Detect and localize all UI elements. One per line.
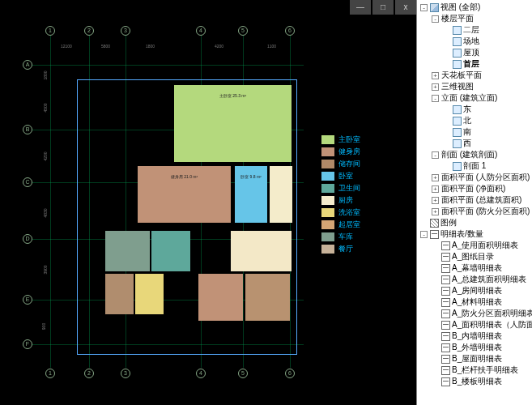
collapse-icon[interactable]: - — [432, 151, 439, 159]
tree-node[interactable]: A_房间明细表 — [417, 285, 532, 296]
tree-label: A_房间明细表 — [452, 285, 502, 296]
grid-bubble[interactable]: B — [23, 125, 32, 134]
grid-bubble[interactable]: 4 — [196, 26, 206, 36]
expand-icon[interactable]: + — [432, 208, 439, 215]
expand-icon[interactable]: + — [432, 185, 439, 193]
tree-node[interactable]: 剖面 1 — [417, 160, 532, 172]
tree-node[interactable]: 北 — [417, 115, 532, 126]
grid-bubble[interactable]: 2 — [84, 369, 94, 378]
close-button[interactable]: х — [395, 0, 416, 15]
dimension[interactable]: 900 — [41, 323, 46, 330]
tree-node[interactable]: 屋顶 — [417, 47, 532, 58]
room-area[interactable] — [105, 231, 150, 271]
dimension[interactable]: 4200 — [215, 44, 223, 49]
tree-node[interactable]: +面积平面 (人防分区面积) — [417, 172, 532, 183]
browser-tree[interactable]: -视图 (全部)-楼层平面二层场地屋顶首层+天花板平面+三维视图-立面 (建筑立… — [417, 0, 532, 389]
tree-node[interactable]: B_屋面明细表 — [417, 353, 532, 364]
grid-bubble[interactable]: 6 — [285, 26, 295, 36]
collapse-icon[interactable]: - — [432, 15, 439, 23]
room-area[interactable]: 健身房 21.0 m² — [138, 166, 231, 223]
tree-node[interactable]: -楼层平面 — [417, 13, 532, 24]
tree-node[interactable]: +面积平面 (防火分区面积) — [417, 206, 532, 217]
grid-bubble[interactable]: 4 — [196, 369, 206, 378]
dimension[interactable]: 5800 — [101, 44, 110, 49]
expand-icon[interactable]: + — [432, 83, 439, 91]
legend-label: 餐厅 — [338, 244, 353, 254]
tree-node[interactable]: +面积平面 (总建筑面积) — [417, 194, 532, 206]
project-browser[interactable]: -视图 (全部)-楼层平面二层场地屋顶首层+天花板平面+三维视图-立面 (建筑立… — [416, 0, 532, 405]
dimension[interactable]: 4830 — [43, 208, 48, 217]
expand-icon[interactable]: + — [432, 197, 439, 204]
drawing-viewport[interactable]: — □ х 112233445566ABCDEF1210058001800420… — [0, 0, 416, 405]
tree-node[interactable]: B_外墙明细表 — [417, 342, 532, 353]
tree-node[interactable]: A_幕墙明细表 — [417, 262, 532, 274]
dimension[interactable]: 4500 — [43, 103, 48, 112]
legend-swatch — [321, 147, 334, 156]
room-area[interactable]: 卧室 9.8 m² — [235, 166, 267, 223]
tree-node[interactable]: 首层 — [417, 58, 532, 70]
tree-node[interactable]: A_材料明细表 — [417, 296, 532, 308]
room-area[interactable] — [198, 274, 243, 321]
tree-node[interactable]: B_内墙明细表 — [417, 330, 532, 342]
plan-icon — [453, 139, 462, 148]
tree-node[interactable]: A_面积明细表（人防面积） — [417, 319, 532, 330]
plan-icon — [453, 128, 462, 137]
grid-bubble[interactable]: 3 — [121, 26, 130, 36]
dimension[interactable]: 1800 — [146, 44, 155, 49]
room-area[interactable] — [245, 274, 290, 321]
room-area[interactable] — [151, 231, 190, 271]
room-area[interactable] — [270, 166, 292, 223]
tree-node[interactable]: 图例 — [417, 217, 532, 228]
dimension[interactable]: 12100 — [61, 44, 72, 49]
plan-icon — [453, 60, 462, 69]
room-area[interactable] — [135, 274, 164, 314]
tree-node[interactable]: +面积平面 (净面积) — [417, 183, 532, 194]
room-area[interactable]: 主卧室 25.3 m² — [174, 85, 292, 162]
legend-swatch — [321, 172, 334, 181]
grid-bubble[interactable]: A — [23, 60, 32, 70]
grid-bubble[interactable]: 5 — [238, 26, 248, 36]
tree-node[interactable]: 东 — [417, 104, 532, 115]
grid-bubble[interactable]: D — [23, 234, 32, 244]
tree-node[interactable]: 二层 — [417, 24, 532, 36]
minimize-button[interactable]: — — [350, 0, 371, 15]
grid-bubble[interactable]: 2 — [84, 26, 94, 36]
tree-node[interactable]: 场地 — [417, 36, 532, 47]
tree-node[interactable]: -视图 (全部) — [417, 2, 532, 13]
tree-node[interactable]: -剖面 (建筑剖面) — [417, 149, 532, 160]
collapse-icon[interactable]: - — [432, 95, 439, 102]
grid-bubble[interactable]: 1 — [45, 369, 55, 378]
grid-bubble[interactable]: 3 — [121, 369, 130, 378]
grid-bubble[interactable]: 5 — [238, 369, 248, 378]
collapse-icon[interactable]: - — [420, 4, 428, 11]
tree-node[interactable]: B_楼板明细表 — [417, 376, 532, 387]
expand-icon[interactable]: + — [432, 174, 439, 181]
tree-node[interactable]: A_防火分区面积明细表 — [417, 308, 532, 319]
expand-icon[interactable]: + — [432, 72, 439, 79]
grid-bubble[interactable]: E — [23, 295, 32, 305]
dimension[interactable]: 4200 — [43, 151, 48, 160]
grid-bubble[interactable]: F — [23, 339, 32, 349]
legend-row: 卫生间 — [321, 182, 406, 194]
grid-bubble[interactable]: C — [23, 177, 32, 187]
tree-node[interactable]: -明细表/数量 — [417, 228, 532, 240]
tree-node[interactable]: A_使用面积明细表 — [417, 240, 532, 251]
tree-node[interactable]: 西 — [417, 138, 532, 149]
tree-node[interactable]: -立面 (建筑立面) — [417, 92, 532, 104]
grid-bubble[interactable]: 6 — [285, 369, 295, 378]
tree-node[interactable]: A_图纸目录 — [417, 251, 532, 262]
collapse-icon[interactable]: - — [420, 231, 428, 238]
dimension[interactable]: 1800 — [43, 70, 48, 79]
tree-node[interactable]: B_栏杆扶手明细表 — [417, 364, 532, 376]
room-area[interactable] — [231, 231, 292, 271]
room-area[interactable] — [105, 274, 134, 314]
maximize-button[interactable]: □ — [372, 0, 394, 15]
tree-node[interactable]: 南 — [417, 126, 532, 138]
dimension[interactable]: 1100 — [267, 44, 276, 49]
grid-bubble[interactable]: 1 — [45, 26, 55, 36]
dimension[interactable]: 3900 — [43, 265, 48, 274]
tree-node[interactable]: +天花板平面 — [417, 70, 532, 81]
tree-node[interactable]: A_总建筑面积明细表 — [417, 274, 532, 285]
tree-node[interactable]: +三维视图 — [417, 81, 532, 92]
floor-plan[interactable]: 112233445566ABCDEF1210058001800420011001… — [16, 24, 316, 381]
